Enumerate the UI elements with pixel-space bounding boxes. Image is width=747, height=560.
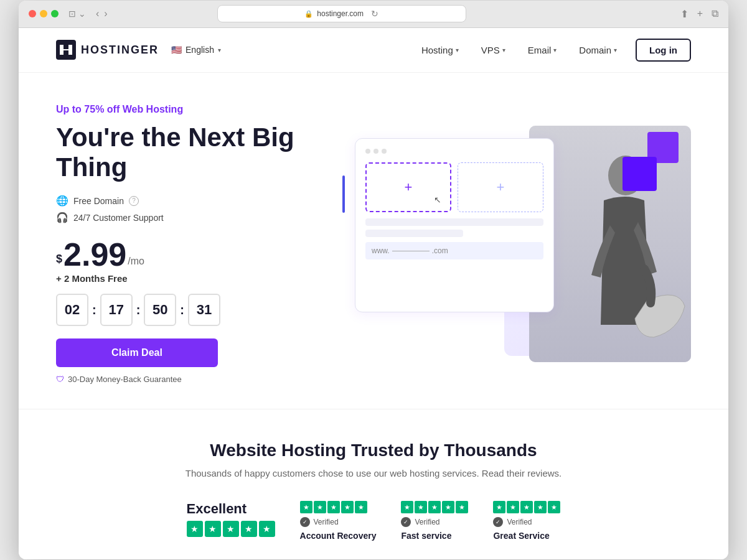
nav-vps[interactable]: VPS ▾	[472, 40, 514, 60]
nav-domain[interactable]: Domain ▾	[570, 40, 626, 60]
url-text: hostinger.com	[317, 9, 364, 18]
browser-window: ⊡ ⌄ ‹ › 🔒 hostinger.com ↻ ⬆ + ⧉ HO	[19, 1, 728, 560]
countdown-minutes: 17	[100, 294, 133, 326]
r2-star-4: ★	[442, 501, 454, 513]
hosting-chevron-icon: ▾	[456, 47, 459, 54]
subtitle-prefix: Up to	[56, 104, 84, 114]
email-chevron-icon: ▾	[553, 47, 557, 54]
r3-star-2: ★	[507, 501, 519, 513]
excellent-label: Excellent	[187, 501, 247, 517]
trusted-subtitle: Thousands of happy customers chose to us…	[56, 468, 691, 478]
new-tab-icon[interactable]: +	[697, 8, 703, 20]
hero-right: + ↖ + www. .com	[342, 126, 691, 362]
chevron-down-icon[interactable]: ⌄	[78, 9, 86, 19]
countdown-hours: 02	[56, 294, 88, 326]
forward-icon[interactable]: ›	[104, 8, 107, 19]
hero-left: Up to 75% off Web Hosting You're the Nex…	[56, 104, 317, 385]
globe-icon: 🌐	[56, 195, 68, 207]
guarantee-text: 🛡 30-Day Money-Back Guarantee	[56, 375, 317, 384]
plus-icon: +	[405, 179, 413, 195]
language-label: English	[186, 45, 214, 55]
page-content: HOSTINGER 🇺🇸 English ▾ Hosting ▾ VPS ▾ E…	[19, 28, 728, 560]
claim-deal-button[interactable]: Claim Deal	[56, 338, 218, 367]
hero-section: Up to 75% off Web Hosting You're the Nex…	[19, 73, 728, 409]
refresh-icon[interactable]: ↻	[371, 9, 378, 19]
language-selector[interactable]: 🇺🇸 English ▾	[171, 45, 221, 55]
traffic-lights	[29, 10, 59, 17]
mockup-dot-1	[365, 149, 370, 154]
mockup-bar-full	[365, 218, 543, 226]
hero-subtitle: Up to 75% off Web Hosting	[56, 104, 317, 115]
review-2-verified: ✓ Verified	[401, 517, 439, 527]
navbar: HOSTINGER 🇺🇸 English ▾ Hosting ▾ VPS ▾ E…	[19, 28, 728, 73]
headset-icon: 🎧	[56, 212, 68, 223]
star-4: ★	[241, 521, 257, 537]
price-main: $ 2.99 /mo	[56, 238, 317, 271]
main-stars: ★ ★ ★ ★ ★	[187, 521, 275, 537]
vps-chevron-icon: ▾	[502, 47, 505, 54]
nav-email[interactable]: Email ▾	[519, 40, 566, 60]
subtitle-highlight: 75%	[84, 104, 104, 114]
nav-hosting[interactable]: Hosting ▾	[413, 40, 467, 60]
countdown-timer: 02 : 17 : 50 : 31	[56, 294, 317, 326]
r1-star-4: ★	[341, 501, 354, 513]
price-dollar: $	[56, 253, 62, 266]
star-2: ★	[205, 521, 221, 537]
mockup-dot-2	[374, 149, 378, 154]
mockup-dot-3	[382, 149, 387, 154]
url-bar[interactable]: 🔒 hostinger.com ↻	[217, 5, 466, 22]
review-2-stars: ★ ★ ★ ★ ★	[401, 501, 468, 513]
shield-icon: 🛡	[56, 375, 64, 384]
close-dot[interactable]	[29, 10, 36, 17]
review-3-label: Great Service	[493, 531, 549, 541]
review-1-stars: ★ ★ ★ ★ ★	[300, 501, 367, 513]
flag-icon: 🇺🇸	[171, 45, 182, 55]
r3-star-5: ★	[548, 501, 560, 513]
feature-support-text: 24/7 Customer Support	[73, 213, 164, 223]
url-input-placeholder	[392, 251, 430, 251]
review-1-verified: ✓ Verified	[300, 517, 339, 527]
verified-icon-3: ✓	[493, 517, 503, 527]
mockup-card: + ↖ + www. .com	[355, 138, 554, 312]
r3-star-3: ★	[520, 501, 533, 513]
countdown-sep-2: :	[136, 303, 141, 317]
purple-square-large	[622, 157, 657, 191]
review-3-stars: ★ ★ ★ ★ ★	[493, 501, 560, 513]
hero-title: You're the Next Big Thing	[56, 123, 317, 183]
back-icon[interactable]: ‹	[96, 8, 99, 19]
review-3-verified-label: Verified	[507, 518, 532, 526]
verified-icon-1: ✓	[300, 517, 310, 527]
countdown-seconds: 50	[144, 294, 176, 326]
mockup-bar-short	[365, 230, 463, 237]
nav-domain-label: Domain	[579, 45, 611, 55]
r2-star-1: ★	[401, 501, 413, 513]
share-icon[interactable]: ⬆	[680, 8, 688, 20]
minimize-dot[interactable]	[40, 10, 47, 17]
login-button[interactable]: Log in	[636, 39, 691, 62]
price-block: $ 2.99 /mo + 2 Months Free	[56, 238, 317, 284]
review-account-recovery: ★ ★ ★ ★ ★ ✓ Verified Account Recovery	[300, 501, 377, 541]
review-2-verified-label: Verified	[415, 518, 439, 526]
cursor-icon: ↖	[434, 195, 441, 205]
maximize-dot[interactable]	[51, 10, 59, 17]
tabs-icon[interactable]: ⧉	[712, 8, 718, 20]
info-icon: ?	[129, 196, 139, 206]
sidebar-icon[interactable]: ⊡	[68, 9, 76, 19]
review-3-verified: ✓ Verified	[493, 517, 532, 527]
r1-star-5: ★	[355, 501, 367, 513]
review-fast-service: ★ ★ ★ ★ ★ ✓ Verified Fast service	[401, 501, 468, 541]
verified-icon-2: ✓	[401, 517, 411, 527]
hero-illustration: + ↖ + www. .com	[342, 126, 691, 362]
plus-icon-2: +	[497, 179, 505, 195]
hostinger-logo-icon	[56, 40, 76, 60]
lang-chevron-icon: ▾	[218, 47, 221, 54]
review-1-verified-label: Verified	[314, 518, 339, 526]
r1-star-2: ★	[314, 501, 326, 513]
logo[interactable]: HOSTINGER	[56, 40, 159, 60]
nav-vps-label: VPS	[481, 45, 500, 55]
mockup-block-secondary: +	[458, 162, 543, 212]
review-great-service: ★ ★ ★ ★ ★ ✓ Verified Great Service	[493, 501, 560, 541]
r1-star-1: ★	[300, 501, 312, 513]
mockup-block-main: + ↖	[365, 162, 451, 212]
nav-email-label: Email	[528, 45, 552, 55]
